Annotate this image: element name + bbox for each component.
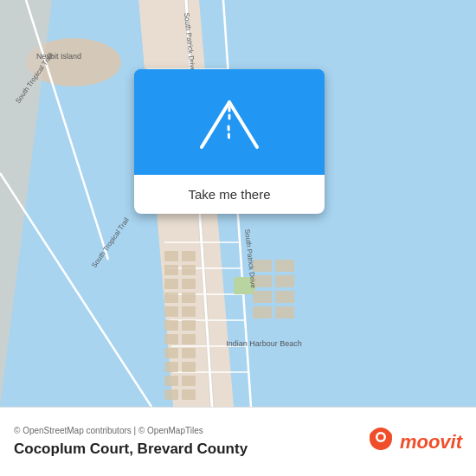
place-name: Cocoplum Court, Brevard County [14, 441, 367, 458]
svg-rect-42 [164, 320, 178, 331]
svg-line-68 [202, 102, 229, 147]
svg-rect-44 [164, 334, 178, 344]
road-icon [195, 93, 264, 154]
moovit-logo-text: moovit [400, 431, 462, 453]
svg-rect-48 [164, 362, 178, 372]
svg-rect-47 [182, 348, 196, 358]
svg-rect-52 [164, 389, 178, 400]
map-popup: Take me there [134, 69, 325, 214]
svg-rect-41 [182, 306, 196, 317]
svg-rect-43 [182, 320, 196, 331]
svg-rect-49 [182, 362, 196, 372]
svg-rect-34 [164, 265, 178, 275]
svg-rect-61 [275, 306, 294, 318]
svg-rect-53 [182, 389, 196, 400]
svg-rect-45 [182, 334, 196, 344]
svg-rect-50 [164, 376, 178, 386]
svg-rect-51 [182, 376, 196, 386]
svg-rect-55 [275, 260, 294, 272]
take-me-there-button[interactable]: Take me there [134, 175, 325, 214]
svg-text:Indian Harbour Beach: Indian Harbour Beach [226, 339, 302, 348]
svg-rect-39 [182, 293, 196, 303]
svg-rect-33 [182, 251, 196, 261]
svg-rect-58 [253, 291, 272, 303]
svg-rect-57 [275, 275, 294, 287]
popup-icon-area [134, 69, 325, 175]
svg-rect-38 [164, 293, 178, 303]
svg-rect-35 [182, 265, 196, 275]
svg-rect-40 [164, 306, 178, 317]
svg-rect-59 [275, 291, 294, 303]
attribution-text: © OpenStreetMap contributors | © OpenMap… [14, 426, 367, 435]
moovit-pin-icon [367, 426, 395, 459]
svg-rect-32 [164, 251, 178, 261]
svg-rect-37 [182, 279, 196, 289]
bottom-left: © OpenStreetMap contributors | © OpenMap… [14, 426, 367, 458]
svg-line-71 [228, 126, 229, 138]
bottom-bar: © OpenStreetMap contributors | © OpenMap… [0, 407, 476, 476]
map-container: Nesbit Island South Tropical Trail South… [0, 0, 476, 407]
svg-rect-46 [164, 348, 178, 358]
take-me-there-label: Take me there [188, 187, 270, 202]
svg-rect-60 [253, 306, 272, 318]
svg-point-74 [377, 434, 383, 440]
moovit-logo: moovit [367, 426, 462, 459]
svg-line-69 [229, 102, 257, 147]
svg-rect-36 [164, 279, 178, 289]
